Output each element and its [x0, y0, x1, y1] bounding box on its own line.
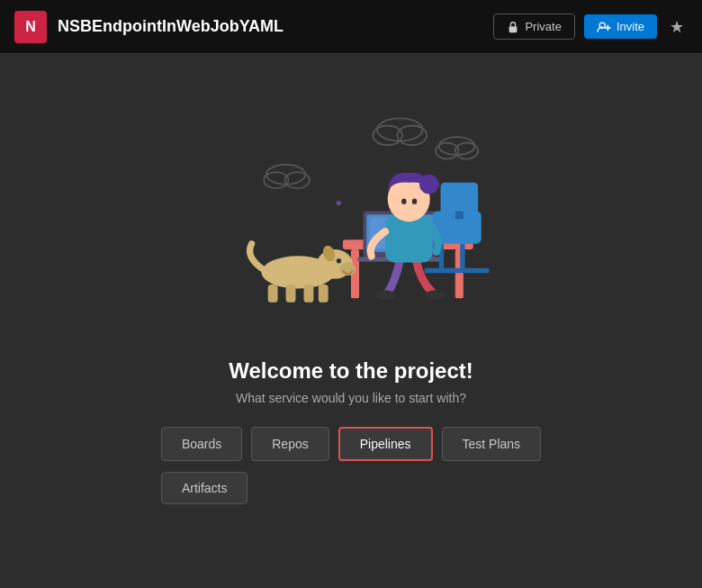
- welcome-section: Welcome to the project! What service wou…: [161, 358, 541, 504]
- svg-rect-42: [319, 285, 328, 303]
- svg-rect-29: [385, 215, 432, 262]
- invite-button[interactable]: Invite: [584, 14, 657, 39]
- test-plans-button[interactable]: Test Plans: [442, 427, 542, 461]
- pipelines-button[interactable]: Pipelines: [338, 427, 433, 461]
- welcome-subtitle: What service would you like to start wit…: [161, 391, 541, 405]
- service-buttons-row1: Boards Repos Pipelines Test Plans: [161, 427, 541, 461]
- svg-rect-40: [286, 285, 296, 303]
- header: N NSBEndpointInWebJobYAML Private Invite…: [0, 0, 702, 54]
- header-actions: Private Invite ★: [493, 14, 688, 41]
- svg-rect-26: [455, 212, 464, 220]
- service-buttons-row2: Artifacts: [161, 472, 541, 504]
- main-content: Welcome to the project! What service wou…: [0, 54, 702, 588]
- svg-rect-25: [441, 183, 479, 215]
- private-button[interactable]: Private: [493, 14, 574, 40]
- svg-point-28: [425, 290, 445, 300]
- svg-rect-24: [424, 268, 489, 273]
- welcome-illustration: [0, 63, 702, 351]
- avatar: N: [14, 11, 47, 43]
- illustration-svg: [180, 72, 522, 342]
- boards-button[interactable]: Boards: [161, 427, 242, 461]
- project-title: NSBEndpointInWebJobYAML: [58, 17, 493, 36]
- svg-rect-41: [304, 285, 314, 303]
- svg-rect-23: [460, 244, 464, 273]
- svg-point-32: [401, 199, 406, 204]
- lock-icon: [507, 21, 519, 33]
- artifacts-button[interactable]: Artifacts: [161, 472, 248, 504]
- svg-point-33: [412, 199, 417, 204]
- svg-point-13: [337, 201, 341, 205]
- svg-point-27: [375, 290, 395, 300]
- star-button[interactable]: ★: [666, 14, 688, 41]
- svg-rect-0: [509, 26, 518, 32]
- welcome-title: Welcome to the project!: [161, 358, 541, 384]
- invite-icon: [597, 21, 611, 33]
- svg-rect-39: [268, 285, 278, 303]
- repos-button[interactable]: Repos: [251, 427, 328, 461]
- svg-point-37: [337, 258, 341, 263]
